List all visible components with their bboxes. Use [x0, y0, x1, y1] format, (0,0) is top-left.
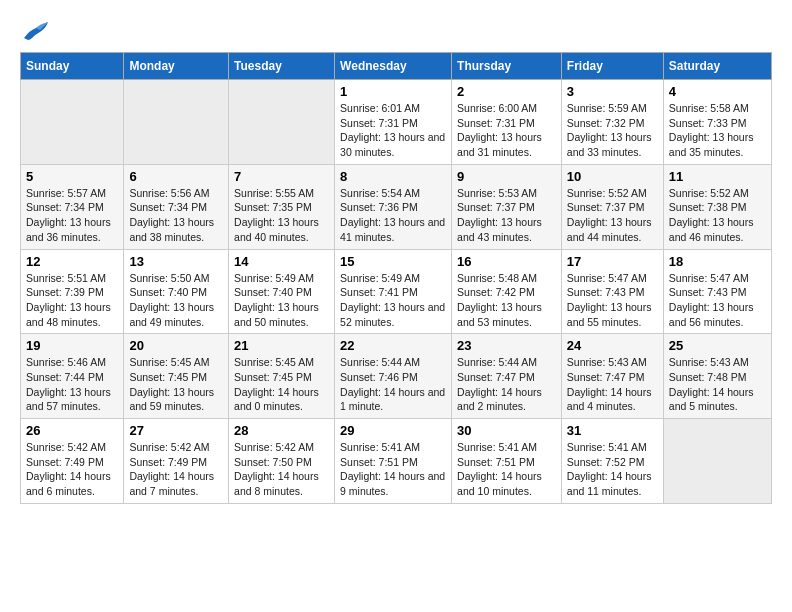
cell-info: Sunrise: 5:43 AM Sunset: 7:48 PM Dayligh… [669, 355, 766, 414]
day-number: 9 [457, 169, 556, 184]
day-number: 29 [340, 423, 446, 438]
cell-info: Sunrise: 5:57 AM Sunset: 7:34 PM Dayligh… [26, 186, 118, 245]
col-header-thursday: Thursday [452, 53, 562, 80]
calendar-cell: 18Sunrise: 5:47 AM Sunset: 7:43 PM Dayli… [663, 249, 771, 334]
day-number: 10 [567, 169, 658, 184]
day-number: 17 [567, 254, 658, 269]
day-number: 1 [340, 84, 446, 99]
cell-info: Sunrise: 5:48 AM Sunset: 7:42 PM Dayligh… [457, 271, 556, 330]
day-number: 6 [129, 169, 223, 184]
day-number: 15 [340, 254, 446, 269]
calendar-table: SundayMondayTuesdayWednesdayThursdayFrid… [20, 52, 772, 504]
calendar-cell: 13Sunrise: 5:50 AM Sunset: 7:40 PM Dayli… [124, 249, 229, 334]
calendar-cell [21, 80, 124, 165]
cell-info: Sunrise: 5:56 AM Sunset: 7:34 PM Dayligh… [129, 186, 223, 245]
day-number: 28 [234, 423, 329, 438]
day-number: 25 [669, 338, 766, 353]
cell-info: Sunrise: 5:44 AM Sunset: 7:47 PM Dayligh… [457, 355, 556, 414]
col-header-saturday: Saturday [663, 53, 771, 80]
calendar-cell: 1Sunrise: 6:01 AM Sunset: 7:31 PM Daylig… [335, 80, 452, 165]
cell-info: Sunrise: 5:41 AM Sunset: 7:52 PM Dayligh… [567, 440, 658, 499]
calendar-cell: 16Sunrise: 5:48 AM Sunset: 7:42 PM Dayli… [452, 249, 562, 334]
day-number: 8 [340, 169, 446, 184]
day-number: 16 [457, 254, 556, 269]
calendar-cell: 6Sunrise: 5:56 AM Sunset: 7:34 PM Daylig… [124, 164, 229, 249]
calendar-cell: 10Sunrise: 5:52 AM Sunset: 7:37 PM Dayli… [561, 164, 663, 249]
day-number: 3 [567, 84, 658, 99]
calendar-cell [663, 419, 771, 504]
col-header-wednesday: Wednesday [335, 53, 452, 80]
calendar-cell: 28Sunrise: 5:42 AM Sunset: 7:50 PM Dayli… [229, 419, 335, 504]
day-number: 4 [669, 84, 766, 99]
calendar-cell: 19Sunrise: 5:46 AM Sunset: 7:44 PM Dayli… [21, 334, 124, 419]
day-number: 27 [129, 423, 223, 438]
calendar-cell: 25Sunrise: 5:43 AM Sunset: 7:48 PM Dayli… [663, 334, 771, 419]
cell-info: Sunrise: 5:52 AM Sunset: 7:37 PM Dayligh… [567, 186, 658, 245]
col-header-tuesday: Tuesday [229, 53, 335, 80]
calendar-cell: 11Sunrise: 5:52 AM Sunset: 7:38 PM Dayli… [663, 164, 771, 249]
calendar-cell [229, 80, 335, 165]
col-header-sunday: Sunday [21, 53, 124, 80]
calendar-cell: 31Sunrise: 5:41 AM Sunset: 7:52 PM Dayli… [561, 419, 663, 504]
cell-info: Sunrise: 5:46 AM Sunset: 7:44 PM Dayligh… [26, 355, 118, 414]
cell-info: Sunrise: 5:42 AM Sunset: 7:49 PM Dayligh… [129, 440, 223, 499]
day-number: 20 [129, 338, 223, 353]
day-number: 11 [669, 169, 766, 184]
logo-bird-icon [22, 20, 50, 42]
cell-info: Sunrise: 5:53 AM Sunset: 7:37 PM Dayligh… [457, 186, 556, 245]
logo [20, 20, 50, 42]
calendar-cell: 4Sunrise: 5:58 AM Sunset: 7:33 PM Daylig… [663, 80, 771, 165]
day-number: 24 [567, 338, 658, 353]
calendar-cell: 7Sunrise: 5:55 AM Sunset: 7:35 PM Daylig… [229, 164, 335, 249]
day-number: 30 [457, 423, 556, 438]
day-number: 5 [26, 169, 118, 184]
page-header [20, 20, 772, 42]
calendar-cell: 30Sunrise: 5:41 AM Sunset: 7:51 PM Dayli… [452, 419, 562, 504]
calendar-cell: 22Sunrise: 5:44 AM Sunset: 7:46 PM Dayli… [335, 334, 452, 419]
day-number: 7 [234, 169, 329, 184]
cell-info: Sunrise: 5:41 AM Sunset: 7:51 PM Dayligh… [340, 440, 446, 499]
cell-info: Sunrise: 5:54 AM Sunset: 7:36 PM Dayligh… [340, 186, 446, 245]
calendar-cell: 17Sunrise: 5:47 AM Sunset: 7:43 PM Dayli… [561, 249, 663, 334]
calendar-cell: 23Sunrise: 5:44 AM Sunset: 7:47 PM Dayli… [452, 334, 562, 419]
cell-info: Sunrise: 5:42 AM Sunset: 7:49 PM Dayligh… [26, 440, 118, 499]
day-number: 21 [234, 338, 329, 353]
calendar-cell: 15Sunrise: 5:49 AM Sunset: 7:41 PM Dayli… [335, 249, 452, 334]
calendar-cell: 21Sunrise: 5:45 AM Sunset: 7:45 PM Dayli… [229, 334, 335, 419]
col-header-monday: Monday [124, 53, 229, 80]
day-number: 14 [234, 254, 329, 269]
cell-info: Sunrise: 5:58 AM Sunset: 7:33 PM Dayligh… [669, 101, 766, 160]
day-number: 13 [129, 254, 223, 269]
cell-info: Sunrise: 5:49 AM Sunset: 7:41 PM Dayligh… [340, 271, 446, 330]
cell-info: Sunrise: 5:55 AM Sunset: 7:35 PM Dayligh… [234, 186, 329, 245]
calendar-cell: 29Sunrise: 5:41 AM Sunset: 7:51 PM Dayli… [335, 419, 452, 504]
cell-info: Sunrise: 5:52 AM Sunset: 7:38 PM Dayligh… [669, 186, 766, 245]
cell-info: Sunrise: 5:45 AM Sunset: 7:45 PM Dayligh… [129, 355, 223, 414]
day-number: 19 [26, 338, 118, 353]
cell-info: Sunrise: 5:41 AM Sunset: 7:51 PM Dayligh… [457, 440, 556, 499]
cell-info: Sunrise: 5:44 AM Sunset: 7:46 PM Dayligh… [340, 355, 446, 414]
cell-info: Sunrise: 5:50 AM Sunset: 7:40 PM Dayligh… [129, 271, 223, 330]
day-number: 2 [457, 84, 556, 99]
cell-info: Sunrise: 5:59 AM Sunset: 7:32 PM Dayligh… [567, 101, 658, 160]
cell-info: Sunrise: 6:01 AM Sunset: 7:31 PM Dayligh… [340, 101, 446, 160]
cell-info: Sunrise: 5:45 AM Sunset: 7:45 PM Dayligh… [234, 355, 329, 414]
cell-info: Sunrise: 5:51 AM Sunset: 7:39 PM Dayligh… [26, 271, 118, 330]
cell-info: Sunrise: 5:47 AM Sunset: 7:43 PM Dayligh… [567, 271, 658, 330]
cell-info: Sunrise: 5:49 AM Sunset: 7:40 PM Dayligh… [234, 271, 329, 330]
calendar-cell: 20Sunrise: 5:45 AM Sunset: 7:45 PM Dayli… [124, 334, 229, 419]
cell-info: Sunrise: 5:43 AM Sunset: 7:47 PM Dayligh… [567, 355, 658, 414]
day-number: 23 [457, 338, 556, 353]
cell-info: Sunrise: 5:42 AM Sunset: 7:50 PM Dayligh… [234, 440, 329, 499]
calendar-cell: 12Sunrise: 5:51 AM Sunset: 7:39 PM Dayli… [21, 249, 124, 334]
day-number: 31 [567, 423, 658, 438]
col-header-friday: Friday [561, 53, 663, 80]
calendar-cell: 3Sunrise: 5:59 AM Sunset: 7:32 PM Daylig… [561, 80, 663, 165]
calendar-cell: 27Sunrise: 5:42 AM Sunset: 7:49 PM Dayli… [124, 419, 229, 504]
cell-info: Sunrise: 5:47 AM Sunset: 7:43 PM Dayligh… [669, 271, 766, 330]
day-number: 26 [26, 423, 118, 438]
day-number: 18 [669, 254, 766, 269]
cell-info: Sunrise: 6:00 AM Sunset: 7:31 PM Dayligh… [457, 101, 556, 160]
calendar-cell [124, 80, 229, 165]
calendar-cell: 5Sunrise: 5:57 AM Sunset: 7:34 PM Daylig… [21, 164, 124, 249]
